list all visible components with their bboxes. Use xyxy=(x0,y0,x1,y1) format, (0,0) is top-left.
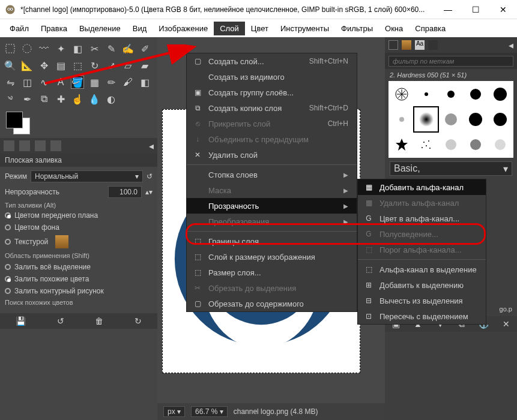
layer-menu-item-8[interactable]: Стопка слоев▶ xyxy=(187,167,357,182)
tool-ellipse-select[interactable] xyxy=(20,42,34,55)
tool-eraser[interactable]: ◧ xyxy=(138,76,151,89)
transparency-menu-item-7[interactable]: ⊞Добавить к выделению xyxy=(358,277,486,293)
tool-paintbrush[interactable]: 🖌 xyxy=(121,76,135,89)
brush-filter-input[interactable] xyxy=(389,56,513,67)
tool-rotate[interactable]: ↻ xyxy=(88,59,101,72)
scope-edge-radio[interactable] xyxy=(5,288,11,294)
tool-ink[interactable]: ✒ xyxy=(20,92,34,106)
tool-flip[interactable]: ⇋ xyxy=(4,76,17,89)
transparency-menu-item-2[interactable]: GЦвет в альфа-канал... xyxy=(358,211,486,226)
menu-help[interactable]: Справка xyxy=(409,22,452,35)
layer-menu-item-10[interactable]: Прозрачность▶ xyxy=(187,198,357,214)
tool-paths[interactable]: ✍ xyxy=(121,42,135,55)
save-preset-icon[interactable]: 💾 xyxy=(16,316,26,326)
tool-cage[interactable]: ◫ xyxy=(20,76,34,89)
tab-menu-icon[interactable]: ◂ xyxy=(149,140,154,152)
tool-zoom[interactable]: 🔍 xyxy=(4,59,17,72)
tool-dodge[interactable]: ◐ xyxy=(104,92,118,106)
minimize-button[interactable]: — xyxy=(434,0,462,19)
menu-item-icon: ⊞ xyxy=(364,280,373,290)
tool-color-picker[interactable]: ✐ xyxy=(138,42,151,55)
color-swatches[interactable] xyxy=(0,110,157,138)
transparency-menu-item-6[interactable]: ⬚Альфа-канал в выделение xyxy=(358,262,486,277)
tab-tool-options[interactable] xyxy=(4,140,14,151)
menu-image[interactable]: Изображение xyxy=(153,22,214,35)
tool-move[interactable]: ✥ xyxy=(37,59,50,72)
menu-filters[interactable]: Фильтры xyxy=(335,22,379,35)
fill-pattern-radio[interactable] xyxy=(5,239,11,245)
zoom-select[interactable]: 66.7 % ▾ xyxy=(191,406,228,417)
layer-menu-item-0[interactable]: ▢Создать слой...Shift+Ctrl+N xyxy=(187,53,357,69)
layer-menu-item-17[interactable]: ▢Обрезать до содержимого xyxy=(187,296,357,311)
tab-device-status[interactable] xyxy=(19,140,30,151)
tab-menu-icon[interactable]: ◂ xyxy=(509,40,513,51)
mode-extra-icon[interactable]: ↺ xyxy=(147,172,153,181)
menu-view[interactable]: Вид xyxy=(127,22,153,35)
tool-smudge[interactable]: ☝ xyxy=(71,92,84,106)
layer-menu-item-13[interactable]: ⬚Границы слоя... xyxy=(187,233,357,249)
opacity-spin-icon[interactable]: ▴▾ xyxy=(145,188,153,196)
tool-pencil[interactable]: ✏ xyxy=(104,76,118,89)
close-button[interactable]: ✕ xyxy=(489,0,517,19)
tool-text[interactable]: A xyxy=(54,76,67,89)
scope-all-radio[interactable] xyxy=(5,264,11,270)
tool-perspective[interactable]: ▰ xyxy=(138,59,151,72)
unit-select[interactable]: px ▾ xyxy=(163,406,185,417)
menu-edit[interactable]: Правка xyxy=(35,22,73,35)
menu-select[interactable]: Выделение xyxy=(73,22,127,35)
brush-grid[interactable] xyxy=(389,81,513,158)
fill-bg-radio[interactable] xyxy=(5,224,11,230)
brush-preset-select[interactable]: Basic,▾ xyxy=(390,161,512,176)
tab-undo-history[interactable] xyxy=(35,140,46,151)
tool-by-color[interactable]: ◧ xyxy=(71,42,84,55)
fill-fg-radio[interactable] xyxy=(5,212,11,218)
tab-fonts[interactable]: Aa xyxy=(415,40,425,50)
menu-windows[interactable]: Окна xyxy=(379,22,409,35)
tool-foreground[interactable]: ✎ xyxy=(104,42,118,55)
menu-colors[interactable]: Цвет xyxy=(245,22,274,35)
menu-item-label: Стопка слоев xyxy=(208,170,337,179)
tool-scale[interactable]: ⤢ xyxy=(104,59,118,72)
tab-brushes[interactable] xyxy=(389,40,398,50)
tool-blur[interactable]: 💧 xyxy=(88,92,101,106)
tab-history[interactable] xyxy=(428,40,438,50)
tool-heal[interactable]: ✚ xyxy=(54,92,67,106)
tool-shear[interactable]: ▱ xyxy=(121,59,135,72)
pattern-preview[interactable] xyxy=(55,235,68,248)
menu-layer[interactable]: Слой xyxy=(214,22,245,35)
fg-color-swatch[interactable] xyxy=(6,112,23,128)
delete-icon[interactable]: 🗑 xyxy=(95,316,103,326)
tool-warp[interactable]: ∿ xyxy=(37,76,50,89)
delete-layer-icon[interactable]: ✕ xyxy=(503,319,510,329)
menu-tools[interactable]: Инструменты xyxy=(274,22,335,35)
layer-menu-item-15[interactable]: ⬚Размер слоя... xyxy=(187,265,357,280)
tab-images[interactable] xyxy=(50,140,61,151)
tool-crop[interactable]: ⬚ xyxy=(71,59,84,72)
tool-bucket-fill[interactable]: 🪣 xyxy=(71,76,84,89)
layer-menu-item-1[interactable]: Создать из видимого xyxy=(187,69,357,85)
transparency-menu-item-0[interactable]: ▦Добавить альфа-канал xyxy=(358,179,486,195)
restore-icon[interactable]: ↺ xyxy=(57,316,64,326)
tool-fuzzy-select[interactable]: ✦ xyxy=(54,42,67,55)
maximize-button[interactable]: ☐ xyxy=(462,0,489,19)
tool-scissors[interactable]: ✂ xyxy=(88,42,101,55)
opacity-input[interactable]: 100.0 xyxy=(108,186,142,198)
tool-align[interactable]: ▤ xyxy=(54,59,67,72)
tool-airbrush[interactable]: ༄ xyxy=(4,92,17,106)
tool-clone[interactable]: ⧉ xyxy=(37,92,50,106)
tool-rect-select[interactable] xyxy=(4,42,17,55)
tab-patterns[interactable] xyxy=(402,40,411,50)
scope-similar-radio[interactable] xyxy=(5,276,11,282)
layer-menu-item-2[interactable]: ▣Создать группу слоёв... xyxy=(187,85,357,100)
reset-icon[interactable]: ↻ xyxy=(135,316,142,326)
layer-menu-item-3[interactable]: ⧉Создать копию слояShift+Ctrl+D xyxy=(187,100,357,116)
tool-measure[interactable]: 📐 xyxy=(20,59,34,72)
transparency-menu-item-9[interactable]: ⊡Пересечь с выделением xyxy=(358,308,486,324)
tool-free-select[interactable]: 〰 xyxy=(37,42,50,55)
layer-menu-item-6[interactable]: ✕Удалить слой xyxy=(187,147,357,163)
menu-file[interactable]: Файл xyxy=(4,22,35,35)
mode-select[interactable]: Нормальный ▾ xyxy=(31,170,143,182)
layer-menu-item-14[interactable]: ⬚Слой к размеру изображения xyxy=(187,249,357,265)
tool-gradient[interactable]: ▦ xyxy=(88,76,101,89)
transparency-menu-item-8[interactable]: ⊟Вычесть из выделения xyxy=(358,293,486,308)
